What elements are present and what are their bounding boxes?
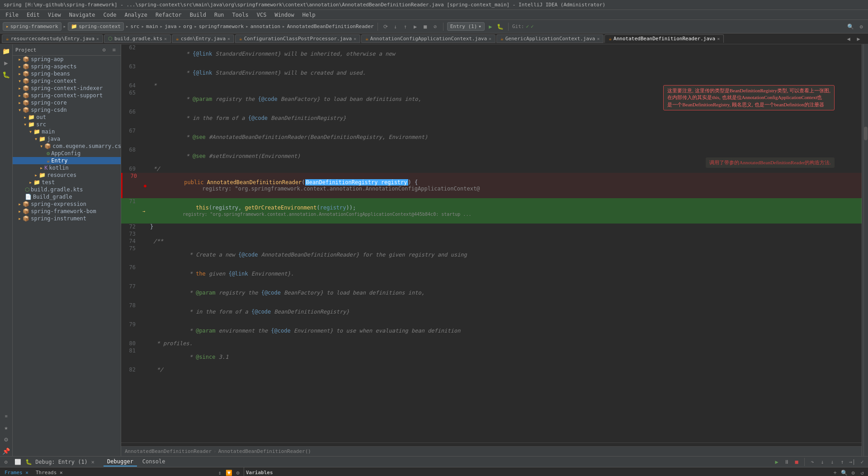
- tree-package[interactable]: ▾ 📦 com.eugene.sumarry.csdn: [13, 143, 121, 150]
- debug-step-out[interactable]: ↑: [401, 23, 410, 31]
- tab-scroll-right[interactable]: ▶: [854, 35, 863, 43]
- tree-java[interactable]: ▾ 📁 java: [13, 135, 121, 143]
- tree-spring-framework-bom[interactable]: ▸ 📦 spring-framework-bom: [13, 208, 121, 215]
- structure-icon[interactable]: ≡: [1, 411, 11, 421]
- tree-spring-instrument[interactable]: ▸ 📦 spring-instrument: [13, 215, 121, 222]
- tree-entry[interactable]: ☕ Entry: [13, 157, 121, 164]
- debug-icon-left[interactable]: 🐛: [1, 70, 11, 80]
- project-icon[interactable]: 📁: [1, 46, 11, 56]
- debug-settings-btn[interactable]: ⚙: [2, 458, 10, 466]
- settings-btn[interactable]: ⚙: [857, 23, 865, 31]
- tree-spring-context[interactable]: ▾ 📦 spring-context: [13, 77, 121, 85]
- tree-spring-expression[interactable]: ▸ 📦 spring-expression: [13, 200, 121, 208]
- sidebar-gear[interactable]: ⚙: [100, 46, 108, 54]
- tree-spring-csdn[interactable]: ▾ 📦 spring-csdn: [13, 106, 121, 114]
- sep3: [508, 23, 509, 31]
- menu-build[interactable]: Build: [186, 11, 210, 19]
- debug-stop-btn[interactable]: ■: [793, 458, 801, 466]
- tree-spring-aspects[interactable]: ▸ 📦 spring-aspects: [13, 63, 121, 70]
- springframework-label: springframework: [199, 24, 244, 29]
- menu-tools[interactable]: Tools: [229, 11, 252, 19]
- tree-resources[interactable]: ▸ 📁 resources: [13, 171, 121, 179]
- run-btn[interactable]: ▶: [486, 23, 495, 31]
- tree-build-gradle[interactable]: ⬡ build.gradle.kts: [13, 186, 121, 193]
- vars-add[interactable]: +: [831, 469, 839, 476]
- tab-build-gradle[interactable]: ⬡ build.gradle.kts ✕: [104, 34, 171, 43]
- menu-analyze[interactable]: Analyze: [121, 11, 151, 19]
- tree-spring-beans[interactable]: ▸ 📦 spring-beans: [13, 70, 121, 77]
- scrollbar-h[interactable]: [121, 443, 862, 446]
- run-icon[interactable]: ▶: [1, 58, 11, 68]
- src-label: src: [131, 24, 140, 29]
- tab-annotated-bean[interactable]: ☕ AnnotatedBeanDefinitionReader.java ✕: [604, 34, 724, 43]
- tree-build-gradle2[interactable]: 📄 Build_gradle: [13, 193, 121, 200]
- module-btn[interactable]: 📁 spring-context: [68, 22, 124, 31]
- tree-spring-context-support[interactable]: ▸ 📦 spring-context-support: [13, 92, 121, 99]
- debug-stop[interactable]: ■: [421, 23, 429, 31]
- debug-run-cursor[interactable]: →|: [848, 458, 856, 466]
- frames-settings[interactable]: ⚙: [234, 469, 242, 476]
- search-everywhere[interactable]: 🔍: [846, 23, 854, 31]
- menu-file[interactable]: File: [2, 11, 22, 19]
- menu-help[interactable]: Help: [299, 11, 319, 19]
- menu-vcs[interactable]: VCS: [253, 11, 270, 19]
- scrollbar-v[interactable]: [863, 44, 867, 456]
- debug-force-step[interactable]: ⇓: [828, 458, 836, 466]
- tab-config-post-processor[interactable]: ☕ ConfigurationClassPostProcessor.java ✕: [235, 34, 360, 43]
- debug-step-over2[interactable]: ↷: [808, 458, 816, 466]
- tree-appconfig[interactable]: ⚙ AppConfig: [13, 150, 121, 157]
- favorites-icon[interactable]: ★: [1, 423, 11, 433]
- menu-run[interactable]: Run: [211, 11, 228, 19]
- tab-csdn-entry[interactable]: ☕ csdn\Entry.java ✕: [172, 34, 234, 43]
- tree-spring-core[interactable]: ▸ 📦 spring-core: [13, 99, 121, 106]
- debug-resume[interactable]: ▶: [411, 23, 420, 31]
- menu-code[interactable]: Code: [100, 11, 120, 19]
- tree-src[interactable]: ▾ 📁 src: [13, 121, 121, 128]
- debug-mute[interactable]: ⊘: [431, 23, 439, 31]
- debug-eval[interactable]: ✓: [858, 458, 866, 466]
- debug-maximize-btn[interactable]: ⬜: [14, 458, 22, 466]
- debug-btn[interactable]: 🐛: [496, 23, 505, 31]
- settings-left-icon[interactable]: ⚙: [1, 434, 11, 444]
- menu-window[interactable]: Window: [271, 11, 297, 19]
- sep2: [443, 23, 443, 31]
- menu-edit[interactable]: Edit: [23, 11, 43, 19]
- tree-spring-context-indexer[interactable]: ▸ 📦 spring-context-indexer: [13, 85, 121, 92]
- threads-tab[interactable]: Threads ✕: [33, 469, 66, 476]
- tab-generic-app[interactable]: ☕ GenericApplicationContext.java ✕: [496, 34, 604, 43]
- debug-step-into[interactable]: ↓: [392, 23, 400, 31]
- debug-step-out2[interactable]: ↑: [838, 458, 846, 466]
- console-tab[interactable]: Console: [139, 457, 169, 466]
- tab-entry-java[interactable]: ☕ resourcecodestudy\Entry.java ✕: [2, 34, 103, 43]
- vars-restore[interactable]: ↺: [858, 469, 866, 476]
- project-btn[interactable]: ▸ spring-framework: [3, 22, 61, 31]
- frames-tab[interactable]: Frames ✕: [2, 469, 31, 476]
- debug-step-into2[interactable]: ↓: [818, 458, 826, 466]
- breadcrumb-root[interactable]: AnnotatedBeanDefinitionReader: [125, 448, 212, 454]
- frames-filter[interactable]: 🔽: [225, 469, 233, 476]
- sidebar-collapse[interactable]: ≡: [110, 46, 118, 54]
- tree-spring-aop[interactable]: ▸ 📦 spring-aop: [13, 56, 121, 63]
- menu-view[interactable]: View: [44, 11, 65, 19]
- tab-annotation-config[interactable]: ☕ AnnotationConfigApplicationContext.jav…: [361, 34, 495, 43]
- tab-scroll-left[interactable]: ◀: [844, 35, 853, 43]
- menu-refactor[interactable]: Refactor: [152, 11, 185, 19]
- debug-resume-prog[interactable]: ▶: [773, 458, 781, 466]
- debug-close-btn[interactable]: ✕: [91, 459, 94, 465]
- vars-settings[interactable]: ⚙: [849, 469, 857, 476]
- scroll-thumb[interactable]: [864, 127, 868, 140]
- breadcrumb-method[interactable]: AnnotatedBeanDefinitionReader(): [218, 448, 311, 454]
- frames-expand[interactable]: ↕: [216, 469, 224, 476]
- editor-content[interactable]: 这里要注意, 这里传的类型是BeanDefinitionRegistry类型, …: [121, 44, 862, 446]
- menu-navigate[interactable]: Navigate: [66, 11, 99, 19]
- tree-kotlin[interactable]: ▸ K kotlin: [13, 164, 121, 171]
- pin-icon[interactable]: 📌: [1, 446, 11, 456]
- tree-test[interactable]: ▸ 📁 test: [13, 179, 121, 186]
- vars-filter[interactable]: 🔍: [840, 469, 848, 476]
- debug-pause-btn[interactable]: ⏸: [783, 458, 791, 466]
- debugger-tab[interactable]: Debugger: [104, 457, 137, 466]
- entry-dropdown[interactable]: Entry (1) ▾: [447, 22, 485, 31]
- debug-step-over[interactable]: ⟳: [382, 23, 390, 31]
- tree-main[interactable]: ▾ 📁 main: [13, 128, 121, 135]
- tree-out[interactable]: ▸ 📁 out: [13, 114, 121, 121]
